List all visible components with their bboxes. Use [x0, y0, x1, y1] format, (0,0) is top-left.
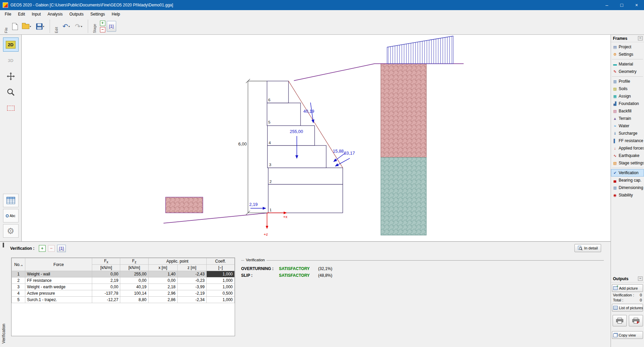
remove-verification-button[interactable]: −	[48, 245, 55, 252]
drawing-canvas[interactable]: 6,00 1 2 3 4 5 6 +x +z	[22, 35, 611, 241]
annotation-dot-icon	[6, 214, 9, 217]
frame-item-project[interactable]: ▤Project	[611, 43, 644, 51]
pan-tool-button[interactable]	[3, 69, 19, 83]
frame-item-water[interactable]: ≈Water	[611, 122, 644, 130]
slip-status-badge: SATISFACTORY	[279, 272, 318, 279]
toolbar-group-file-label: File	[4, 20, 8, 33]
frames-separator	[612, 59, 643, 59]
force-weight-wedge-label: 40,19	[303, 109, 314, 114]
zoom-tool-button[interactable]	[3, 85, 19, 99]
table-row[interactable]: 3 Weight - earth wedge 0,00 40,19 2,18 -…	[12, 284, 235, 290]
force-active-2-label: 83,17	[344, 151, 355, 156]
menu-outputs[interactable]: Outputs	[66, 11, 87, 18]
open-file-button[interactable]: ▾	[21, 23, 33, 30]
menu-file[interactable]: File	[1, 11, 15, 18]
svg-text:3: 3	[269, 162, 271, 167]
panel-splitter-grip[interactable]	[3, 243, 4, 247]
table-view-button[interactable]	[3, 194, 19, 207]
frame-item-assign[interactable]: ▦Assign	[611, 92, 644, 100]
add-verification-button[interactable]: +	[39, 245, 46, 252]
save-file-button[interactable]: ▾	[35, 22, 47, 31]
new-file-button[interactable]	[11, 22, 19, 31]
add-picture-button[interactable]: Add picture	[612, 284, 643, 292]
copy-view-button[interactable]: Copy view	[612, 331, 643, 339]
undo-button[interactable]: ↶ ▾	[61, 22, 72, 31]
structure-drawing: 6,00 1 2 3 4 5 6 +x +z	[22, 35, 611, 241]
table-row[interactable]: 5 Surch.1 - trapez. -12,27 8,80 2,86 -2,…	[12, 297, 235, 303]
print-list-button[interactable]	[629, 315, 643, 326]
view-3d-button[interactable]: 3D	[3, 53, 19, 68]
open-dropdown-icon[interactable]: ▾	[30, 25, 31, 28]
frame-item-ff-resistance[interactable]: ▌FF resistance	[611, 137, 644, 144]
frames-minimize-button[interactable]: –	[638, 36, 643, 41]
open-folder-icon	[22, 24, 29, 29]
frame-item-backfill[interactable]: ▧Backfill	[611, 107, 644, 115]
col-no[interactable]: No.▴	[12, 258, 25, 271]
frames-separator	[612, 76, 643, 77]
menu-input[interactable]: Input	[28, 11, 44, 18]
applied-forces-icon: ↓	[613, 146, 617, 150]
abc-label: Abc	[9, 214, 15, 218]
in-detail-button[interactable]: In detail	[574, 244, 601, 252]
drawing-settings-button[interactable]: ⚙	[3, 224, 19, 238]
menu-edit[interactable]: Edit	[15, 11, 28, 18]
svg-text:6: 6	[268, 98, 270, 102]
soil-block-left	[165, 197, 203, 213]
frame-item-profile[interactable]: ▥Profile	[611, 78, 644, 85]
print-button[interactable]	[613, 315, 627, 326]
col-fz[interactable]: Fz	[120, 258, 148, 265]
table-row[interactable]: 2 FF resistance 2,19 0,00 0,00 -0,23 1,0…	[12, 277, 235, 284]
outputs-minimize-button[interactable]: –	[638, 276, 643, 281]
frame-item-terrain[interactable]: ▲Terrain	[611, 115, 644, 122]
frame-item-bearing-cap[interactable]: ▄Bearing cap.	[611, 177, 644, 184]
save-dropdown-icon[interactable]: ▾	[43, 25, 44, 28]
col-coeff[interactable]: Coeff.	[206, 258, 234, 265]
frame-item-earthquake[interactable]: ∿Earthquake	[611, 152, 644, 159]
axis-z-label: +z	[264, 232, 268, 236]
close-button[interactable]: ×	[629, 0, 644, 10]
frame-item-foundation[interactable]: ▟Foundation	[611, 100, 644, 107]
menu-analysis[interactable]: Analysis	[44, 11, 66, 18]
verification-stage-button[interactable]: [1]	[57, 245, 66, 252]
verification-count: 0	[640, 293, 642, 297]
frame-item-applied-forces[interactable]: ↓Applied forces	[611, 144, 644, 152]
frame-item-soils[interactable]: ▨Soils	[611, 85, 644, 92]
foundation-icon: ▟	[613, 102, 617, 106]
toolbar-group-stage-label: Stage	[93, 20, 97, 33]
frame-item-geometry[interactable]: ✎Geometry	[611, 68, 644, 75]
col-applic-point[interactable]: Applic. point	[148, 258, 206, 265]
terrain-icon: ▲	[613, 117, 617, 121]
panel-title: Verification :	[10, 246, 34, 251]
selected-coeff-cell[interactable]: 1,000	[206, 271, 234, 277]
stage-remove-button[interactable]: −	[100, 27, 105, 32]
view-2d-button[interactable]: 2D	[3, 37, 19, 52]
frame-item-surcharge[interactable]: ⇓Surcharge	[611, 130, 644, 137]
minimize-button[interactable]: –	[599, 0, 614, 10]
frame-item-stability[interactable]: ◉Stability	[611, 191, 644, 199]
frame-item-dimensioning[interactable]: ▥Dimensioning	[611, 184, 644, 191]
col-force[interactable]: Force	[25, 258, 92, 271]
sort-asc-icon: ▴	[21, 264, 23, 267]
frame-item-material[interactable]: ▬Material	[611, 60, 644, 68]
table-row[interactable]: 1 Weight - wall 0,00 255,00 1,40 -2,43 1…	[12, 271, 235, 277]
backfill-icon: ▧	[613, 109, 617, 113]
annotation-button[interactable]: Abc	[3, 209, 19, 222]
stage-number-button[interactable]: [1]	[107, 21, 116, 32]
undo-dropdown-icon[interactable]: ▾	[69, 25, 70, 28]
menu-help[interactable]: Help	[108, 11, 124, 18]
redo-icon: ↷	[75, 23, 81, 30]
maximize-button[interactable]: □	[614, 0, 629, 10]
stage-add-button[interactable]: +	[100, 21, 105, 26]
frame-select-tool-button[interactable]	[3, 101, 19, 115]
frame-item-stage-settings[interactable]: ▧Stage settings	[611, 159, 644, 167]
redo-dropdown-icon[interactable]: ▾	[81, 25, 82, 28]
redo-button[interactable]: ↷ ▾	[74, 22, 85, 31]
menu-settings[interactable]: Settings	[87, 11, 108, 18]
move-arrows-icon	[6, 72, 15, 81]
frames-separator	[612, 168, 643, 168]
frame-item-settings[interactable]: ⚙Settings	[611, 51, 644, 58]
list-of-pictures-button[interactable]: List of pictures	[612, 304, 643, 312]
frame-item-verification[interactable]: ✔Verification	[611, 169, 644, 177]
table-row[interactable]: 4 Active pressure -137,78 100,14 2,96 -2…	[12, 290, 235, 297]
col-fx[interactable]: Fx	[92, 258, 120, 265]
